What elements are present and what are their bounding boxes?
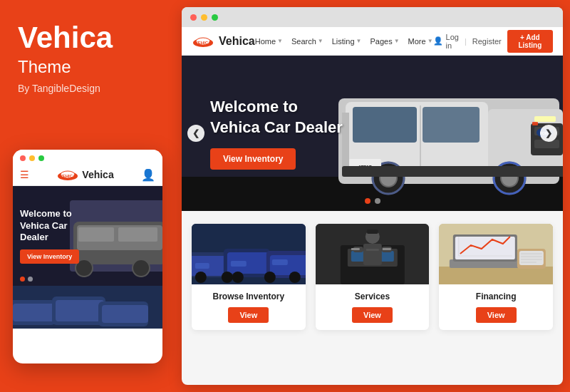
laptop-svg	[439, 224, 553, 284]
search-caret: ▼	[318, 38, 323, 44]
financing-card-body: Financing View	[439, 284, 553, 330]
svg-rect-34	[534, 116, 556, 122]
mobile-dot-yellow	[29, 155, 35, 161]
nav-divider: |	[465, 37, 467, 46]
user-icon[interactable]: 👤	[141, 168, 155, 182]
browse-inventory-card: Browse Inventory View	[192, 224, 306, 330]
svg-rect-45	[342, 166, 563, 177]
mobile-logo-icon: VEHICA	[56, 167, 79, 182]
svg-point-58	[232, 272, 244, 283]
svg-rect-55	[272, 259, 288, 265]
svg-rect-66	[363, 244, 382, 265]
user-account-icon: 👤	[433, 36, 443, 46]
services-image	[316, 224, 430, 284]
svg-rect-35	[532, 122, 538, 125]
nav-listing[interactable]: Listing ▼	[332, 37, 362, 46]
svg-point-59	[264, 272, 276, 283]
left-panel: Vehica Theme By TangibleDesign ☰ VEHICA …	[0, 0, 175, 392]
financing-title: Financing	[446, 292, 546, 301]
hero-prev-button[interactable]: ❮	[187, 125, 204, 142]
svg-rect-10	[118, 227, 157, 242]
svg-point-60	[289, 272, 301, 283]
site-logo-text: Vehica	[219, 35, 255, 48]
home-caret: ▼	[277, 38, 283, 44]
browse-inventory-view-button[interactable]: View	[228, 307, 269, 323]
svg-rect-27	[423, 107, 480, 143]
theme-title: Vehica	[18, 21, 157, 54]
mobile-hero-content: Welcome toVehica CarDealer View Inventor…	[20, 208, 79, 264]
content-cards: Browse Inventory View	[192, 224, 553, 330]
mobile-cars-svg	[13, 286, 162, 329]
login-link[interactable]: 👤 Log in	[433, 33, 459, 50]
browser-dot-yellow	[201, 14, 207, 21]
mobile-hero-title: Welcome toVehica CarDealer	[20, 208, 79, 244]
mobile-logo-text: Vehica	[82, 169, 113, 180]
mobile-page-dot-2[interactable]	[28, 277, 33, 282]
site-nav-actions: 👤 Log in | Register + Add Listing	[433, 30, 553, 53]
svg-rect-9	[78, 227, 114, 242]
hero-view-inventory-button[interactable]: View Inventory	[210, 148, 296, 170]
hero-title: Welcome to Vehica Car Dealer	[210, 97, 343, 138]
hero-next-button[interactable]: ❯	[540, 125, 557, 142]
svg-rect-53	[195, 263, 209, 269]
services-title: Services	[323, 292, 423, 301]
mobile-dot-green	[38, 155, 44, 161]
nav-home[interactable]: Home ▼	[255, 37, 283, 46]
hero-dot-2[interactable]	[375, 198, 380, 204]
svg-rect-72	[366, 249, 379, 251]
svg-rect-17	[102, 305, 148, 323]
browse-inventory-image	[192, 224, 306, 284]
browser-panel: VEHICA Vehica Home ▼ Search ▼ Listing ▼ …	[182, 7, 563, 385]
services-card: Services View	[316, 224, 430, 330]
mobile-dot-red	[20, 155, 26, 161]
mobile-logo: VEHICA Vehica	[56, 167, 113, 182]
site-content: Browse Inventory View	[182, 211, 563, 343]
svg-rect-81	[519, 251, 544, 265]
services-view-button[interactable]: View	[352, 307, 393, 323]
add-listing-button[interactable]: + Add Listing	[507, 30, 553, 53]
svg-point-56	[195, 272, 207, 283]
mobile-titlebar	[13, 150, 162, 164]
site-logo-icon: VEHICA	[192, 34, 214, 48]
hero-pagination	[365, 198, 380, 204]
svg-rect-74	[439, 267, 553, 284]
browse-inventory-card-body: Browse Inventory View	[192, 284, 306, 330]
browser-dot-red	[190, 14, 197, 21]
register-link[interactable]: Register	[472, 37, 502, 46]
hamburger-icon[interactable]: ☰	[20, 169, 29, 180]
nav-search[interactable]: Search ▼	[291, 37, 323, 46]
browser-dot-green	[212, 14, 218, 21]
nav-pages[interactable]: Pages ▼	[370, 37, 399, 46]
mobile-cars-preview	[13, 286, 162, 329]
pages-caret: ▼	[394, 38, 400, 44]
browse-inventory-title: Browse Inventory	[199, 292, 299, 301]
svg-point-57	[222, 272, 233, 283]
site-hero: FORD 47717 ❮ ❯	[182, 56, 563, 211]
more-caret: ▼	[428, 38, 433, 44]
svg-rect-54	[231, 261, 247, 267]
listing-caret: ▼	[356, 38, 362, 44]
mechanic-svg	[316, 224, 430, 284]
svg-rect-71	[383, 248, 391, 250]
financing-view-button[interactable]: View	[476, 307, 517, 323]
svg-text:VEHICA: VEHICA	[60, 174, 76, 178]
hero-dot-1[interactable]	[365, 198, 370, 204]
mobile-pagination	[20, 277, 33, 282]
nav-more[interactable]: More ▼	[408, 37, 433, 46]
browser-titlebar	[182, 7, 563, 27]
site-nav: VEHICA Vehica Home ▼ Search ▼ Listing ▼ …	[182, 27, 563, 56]
svg-text:VEHICA: VEHICA	[195, 41, 212, 45]
site-logo: VEHICA Vehica	[192, 34, 255, 48]
svg-rect-26	[353, 107, 417, 143]
mobile-view-inventory-button[interactable]: View Inventory	[20, 249, 79, 264]
financing-image	[439, 224, 553, 284]
mobile-hero: Welcome toVehica CarDealer View Inventor…	[13, 186, 162, 286]
svg-rect-70	[351, 248, 360, 250]
mobile-page-dot-1[interactable]	[20, 277, 25, 282]
mobile-nav: ☰ VEHICA Vehica 👤	[13, 164, 162, 186]
svg-rect-69	[367, 229, 378, 234]
svg-rect-15	[56, 300, 104, 321]
hero-content: Welcome to Vehica Car Dealer View Invent…	[182, 97, 343, 169]
theme-subtitle: Theme	[18, 57, 157, 77]
financing-card: Financing View	[439, 224, 553, 330]
